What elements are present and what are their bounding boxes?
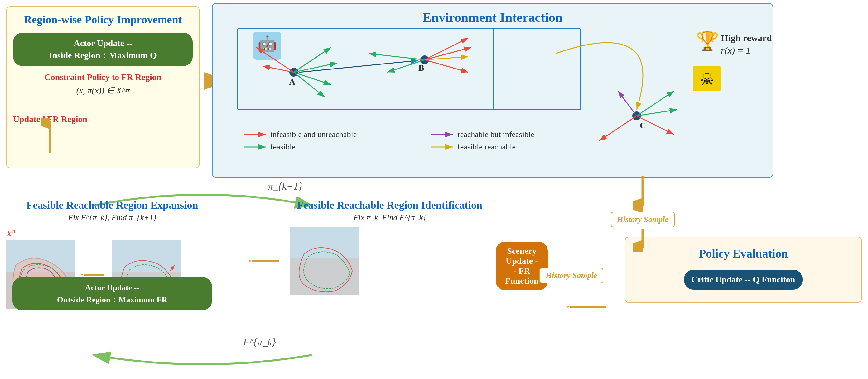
svg-text:☠: ☠ bbox=[700, 71, 714, 88]
frri-title: Feasible Reachable Region Identification bbox=[249, 199, 530, 211]
critic-update-box: Critic Update -- Q Funciton bbox=[684, 270, 803, 289]
svg-text:C: C bbox=[640, 120, 646, 130]
svg-text:r(x) = 1: r(x) = 1 bbox=[721, 45, 750, 56]
math-text: (x, π(x)) ∈ X^π bbox=[13, 85, 193, 96]
svg-text:infeasible and unreachable: infeasible and unreachable bbox=[270, 130, 357, 139]
frri-panel: Feasible Reachable Region Identification… bbox=[249, 199, 530, 297]
history-sample-box-top: History Sample bbox=[611, 212, 675, 227]
arrow-pe-left bbox=[567, 299, 608, 316]
main-container: Region-wise Policy Improvement Actor Upd… bbox=[0, 0, 868, 379]
actor-update-box: Actor Update -- Inside Region：Maximum Q bbox=[13, 33, 193, 66]
svg-line-15 bbox=[294, 72, 331, 85]
svg-line-16 bbox=[294, 72, 325, 97]
frri-subtitle: Fix π_k, Find F^{π_k} bbox=[249, 213, 530, 222]
svg-line-23 bbox=[369, 54, 425, 60]
svg-text:feasible: feasible bbox=[270, 142, 296, 151]
constraint-text: Constraint Policy to FR Region bbox=[13, 72, 193, 82]
svg-line-22 bbox=[425, 60, 468, 72]
svg-line-33 bbox=[618, 91, 637, 116]
svg-text:A: A bbox=[289, 77, 296, 87]
svg-line-32 bbox=[599, 116, 637, 141]
actor-bottom-line2: Outside Region：Maximum FR bbox=[57, 295, 167, 304]
svg-text:B: B bbox=[418, 63, 424, 73]
frre-subtitle: Fix F^{π_k}, Find π_{k+1} bbox=[6, 213, 218, 222]
actor-update-bottom-box: Actor Update -- Outside Region：Maximum F… bbox=[12, 277, 212, 310]
updated-fr-text: Updated FR Region bbox=[13, 114, 193, 124]
env-title: Environment Interaction bbox=[213, 4, 773, 25]
history-sample-env-area: History Sample bbox=[611, 174, 675, 252]
frre-panel: Feasible Reachable Region Expansion Fix … bbox=[6, 199, 218, 316]
down-arrow-svg bbox=[633, 174, 652, 212]
frre-title: Feasible Reachable Region Expansion bbox=[6, 199, 218, 211]
left-panel-title: Region-wise Policy Improvement bbox=[13, 13, 193, 27]
terrain-map-frri bbox=[290, 227, 359, 297]
updated-fr-arrow bbox=[40, 118, 59, 157]
map3-svg bbox=[290, 227, 359, 295]
svg-text:feasible reachable: feasible reachable bbox=[457, 142, 516, 151]
svg-line-30 bbox=[637, 110, 677, 116]
frri-maps-row bbox=[249, 227, 530, 297]
xpi-label: Xπ bbox=[6, 227, 218, 239]
left-panel: Region-wise Policy Improvement Actor Upd… bbox=[6, 6, 199, 168]
svg-text:reachable but infeasible: reachable but infeasible bbox=[457, 130, 534, 139]
svg-line-29 bbox=[637, 91, 674, 116]
svg-text:🏆: 🏆 bbox=[696, 30, 719, 52]
history-sample-box-left: History Sample bbox=[539, 268, 603, 283]
f-label-bottom: F^{π_k} bbox=[243, 336, 276, 348]
actor-update-line2: Inside Region：Maximum Q bbox=[49, 50, 156, 60]
svg-line-19 bbox=[299, 60, 418, 72]
svg-line-20 bbox=[425, 38, 468, 60]
svg-text:High reward: High reward bbox=[721, 33, 772, 43]
arrow-frri-left bbox=[249, 253, 281, 270]
env-panel: Environment Interaction bbox=[212, 3, 773, 177]
actor-update-line1: Actor Update -- bbox=[73, 38, 132, 48]
history-sample-left: History Sample bbox=[539, 268, 603, 283]
down-arrow-svg2 bbox=[633, 227, 652, 252]
bottom-half: π_{k+1} F^{π_k} Feasible Reachable Regio… bbox=[0, 181, 868, 379]
env-diagram: 🤖 A B bbox=[213, 23, 774, 172]
actor-bottom-line1: Actor Update -- bbox=[85, 283, 140, 292]
